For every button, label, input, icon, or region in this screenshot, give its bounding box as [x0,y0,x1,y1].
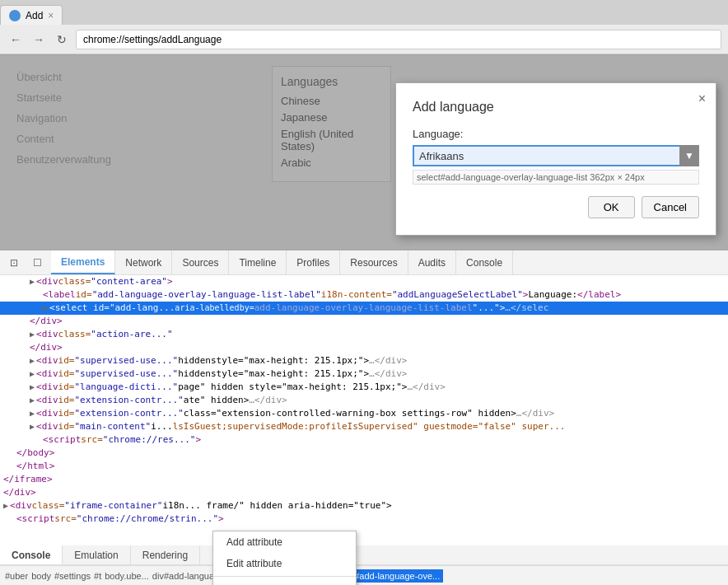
tab-bar: Add × [0,0,728,25]
select-tooltip: select#add-language-overlay-language-lis… [413,170,699,185]
devtools-panel: ⊡ ☐ Elements Network Sources Timeline Pr… [0,249,728,585]
modal-buttons: OK Cancel [413,196,699,218]
ok-button[interactable]: OK [588,196,635,218]
tab-resources[interactable]: Resources [340,250,408,274]
language-select-label: Language: [413,128,699,140]
tab-network[interactable]: Network [115,250,172,274]
html-line: </div> [0,486,728,499]
html-line: </body> [0,447,728,460]
tab-console[interactable]: Console [456,250,513,274]
refresh-button[interactable]: ↻ [53,30,71,49]
html-line: ▶ <div class="content-area"> [0,275,728,288]
bottom-tab-emulation[interactable]: Emulation [63,545,130,564]
ctx-add-attribute[interactable]: Add attribute [213,531,356,553]
html-line-highlighted[interactable]: ▶ <select id="add-lang... aria-labelledb… [0,302,728,315]
device-icon[interactable]: ☐ [28,254,46,272]
html-line: </div> [0,341,728,354]
bottom-tab-rendering[interactable]: Rendering [131,545,200,564]
html-line: ▶ <div class="action-are..." [0,328,728,341]
devtools-icons: ⊡ ☐ [0,250,51,274]
html-line: <script src="chrome://res..."> [0,433,728,447]
language-select[interactable]: Afrikaans Albanian Arabic Chinese Englis… [413,145,699,166]
html-line: <script src="chrome://chrome/strin..."> [0,512,728,526]
cancel-button[interactable]: Cancel [642,196,699,218]
back-button[interactable]: ← [7,30,25,49]
bc-uber[interactable]: #uber [5,571,28,581]
tab-timeline[interactable]: Timeline [229,250,287,274]
nav-bar: ← → ↻ [0,25,728,54]
tab-close-button[interactable]: × [48,10,54,21]
inspect-icon[interactable]: ⊡ [5,254,23,272]
select-arrow-icon: ▼ [679,145,699,166]
tab-favicon [9,10,21,21]
html-line: <label id="add-language-overlay-language… [0,288,728,302]
language-select-wrapper: Afrikaans Albanian Arabic Chinese Englis… [413,145,699,166]
tab-title: Add [26,10,43,21]
ctx-force-element-state[interactable]: Force element state ▶ [213,578,356,585]
ctx-edit-attribute[interactable]: Edit attribute [213,553,356,574]
html-line: ▶ <div id="extension-contr..." ate" hidd… [0,394,728,407]
address-bar[interactable] [76,30,721,49]
bc-body[interactable]: body.ube... [105,571,149,581]
html-line: ▶ <div class="iframe-container" i18n... … [0,499,728,512]
bc-sep2: #t [94,571,101,581]
modal-title: Add language [413,100,699,115]
add-language-modal: × Add language Language: Afrikaans Alban… [395,82,716,236]
context-menu: Add attribute Edit attribute Force eleme… [212,531,357,585]
html-line: </html> [0,460,728,473]
devtools-bottom-tabs: Console Emulation Rendering [0,545,728,565]
html-line: ▶ <div id="language-dicti..." page" hidd… [0,381,728,394]
devtools-breadcrumb: #uber body #settings #t body.ube... div#… [0,565,728,585]
html-line: </iframe> [0,473,728,486]
html-editor: ▶ <div class="content-area"> <label id="… [0,275,728,565]
tab-audits[interactable]: Audits [408,250,456,274]
bc-sep: body [31,571,51,581]
tab-sources[interactable]: Sources [172,250,229,274]
bc-settings[interactable]: #settings [54,571,91,581]
tab-profiles[interactable]: Profiles [287,250,340,274]
modal-close-button[interactable]: × [698,91,706,106]
html-line: ▶ <div id="supervised-use..." hidden sty… [0,367,728,381]
bottom-tab-console[interactable]: Console [0,545,63,564]
html-line: ▶ <div id="main-content" i... lsIsGuest;… [0,420,728,433]
html-line: ▶ <div id="supervised-use..." hidden sty… [0,354,728,367]
browser-chrome: Add × ← → ↻ [0,0,728,55]
forward-button[interactable]: → [30,30,48,49]
html-line: </div> [0,315,728,328]
html-line: ▶ <div id="extension-contr..." class="ex… [0,407,728,420]
active-tab[interactable]: Add × [0,5,63,25]
tab-elements[interactable]: Elements [51,250,115,274]
devtools-toolbar: ⊡ ☐ Elements Network Sources Timeline Pr… [0,250,728,275]
